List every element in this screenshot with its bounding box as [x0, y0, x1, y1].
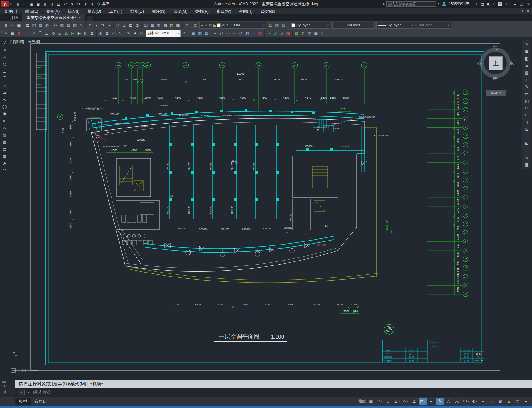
- command-tools-icon[interactable]: ⚒: [2, 390, 7, 394]
- save-to-mobile-icon[interactable]: ▯: [49, 1, 55, 7]
- ordinate-dim-icon[interactable]: ⊥: [44, 30, 50, 37]
- dim-break-icon[interactable]: ⊟: [89, 30, 95, 37]
- save-icon[interactable]: ▣: [16, 22, 22, 29]
- dim-update-icon[interactable]: ↻: [138, 30, 145, 37]
- slice-icon[interactable]: ◇: [272, 30, 278, 37]
- extend-tool-icon[interactable]: ⊢: [523, 112, 531, 118]
- plot-icon[interactable]: ⊟: [56, 1, 62, 7]
- sheet-set-icon[interactable]: ▧: [162, 22, 168, 29]
- customize-status-icon[interactable]: ≡: [522, 398, 530, 405]
- doc-restore-button[interactable]: ❐: [520, 9, 523, 13]
- union-icon[interactable]: ∪: [278, 30, 285, 37]
- hatch-tool-icon[interactable]: ▨: [1, 131, 9, 138]
- account-chevron-icon[interactable]: ▾: [475, 2, 478, 6]
- layer-off-icon[interactable]: ▤: [267, 22, 274, 29]
- circle-tool-icon[interactable]: ○: [1, 82, 9, 89]
- mirror-solid-icon[interactable]: ◧: [244, 30, 250, 37]
- command-close-icon[interactable]: ✕: [4, 384, 7, 388]
- compass-east[interactable]: 东: [508, 60, 514, 66]
- share-button[interactable]: ✈ 共享: [97, 2, 110, 7]
- account-id[interactable]: 1505999135...: [449, 2, 472, 6]
- new-tab-button[interactable]: +: [87, 16, 93, 21]
- new-icon[interactable]: ▯: [3, 22, 9, 29]
- new-layout-button[interactable]: +: [48, 398, 56, 405]
- line-tool-icon[interactable]: ╱: [1, 40, 9, 46]
- dim-edit-icon[interactable]: ✎: [125, 30, 132, 37]
- paste-solid-icon[interactable]: ▥: [197, 30, 203, 37]
- command-input-line[interactable]: › ▾ 键入命令: [15, 388, 532, 397]
- undo-icon[interactable]: ↶: [62, 1, 69, 7]
- copy-solid-icon[interactable]: ▣: [190, 30, 197, 37]
- point-tool-icon[interactable]: ∴: [1, 124, 9, 131]
- menu-item-5[interactable]: 工具(T): [105, 8, 126, 14]
- rectangle-tool-icon[interactable]: ▭: [1, 68, 9, 75]
- redo-icon[interactable]: ↷: [100, 22, 106, 29]
- polygon-tool-icon[interactable]: ⬡: [1, 61, 9, 68]
- join-tool-icon[interactable]: ⊣: [523, 133, 531, 139]
- zoom-window-icon[interactable]: ⊡: [128, 22, 134, 29]
- menu-item-3[interactable]: 插入(I): [64, 8, 83, 14]
- new-file-icon[interactable]: ▯: [15, 1, 21, 7]
- subtract-icon[interactable]: ▩: [285, 30, 291, 37]
- compass-south[interactable]: 南: [492, 75, 499, 82]
- erase-tool-icon[interactable]: ✎: [523, 41, 531, 48]
- copy-icon[interactable]: ▥: [59, 22, 65, 29]
- crosshair-icon[interactable]: ＋: [479, 398, 487, 405]
- sweep-icon[interactable]: ▯: [300, 30, 306, 37]
- menu-item-7[interactable]: 标注(N): [148, 8, 169, 14]
- app-logo-icon[interactable]: A: [1, 1, 9, 7]
- polyline-tool-icon[interactable]: ∿: [1, 54, 9, 61]
- tab-close-icon[interactable]: ✕: [78, 16, 81, 19]
- object-snap-icon[interactable]: ◻▾: [419, 398, 427, 405]
- lineweight-display-icon[interactable]: ≡: [427, 398, 435, 405]
- insert-block-tool-icon[interactable]: ▣: [1, 110, 9, 117]
- menu-item-1[interactable]: 编辑(E): [21, 8, 42, 14]
- center-mark-icon[interactable]: ⊕: [97, 30, 104, 37]
- cut-icon[interactable]: ✂: [52, 22, 59, 29]
- workspace-switch-icon[interactable]: ⊛▾: [471, 398, 479, 405]
- autodesk-apps-icon[interactable]: A: [487, 2, 490, 6]
- xline-tool-icon[interactable]: ✕: [1, 47, 9, 53]
- match-properties-icon[interactable]: ▧: [72, 22, 78, 29]
- tab-start[interactable]: 开始: [6, 14, 22, 21]
- region-tool-icon[interactable]: ▤: [1, 146, 9, 152]
- explode-tool-icon[interactable]: ▩: [523, 161, 531, 168]
- viewport-controls-label[interactable]: [-][俯视][二维线框]: [10, 39, 40, 45]
- revcloud-tool-icon[interactable]: ☁: [1, 89, 9, 96]
- toolbar-grip[interactable]: [1, 30, 2, 37]
- copy-nested-icon[interactable]: ◫: [523, 97, 531, 104]
- rect-select-icon[interactable]: ▭: [225, 30, 231, 37]
- publish-icon[interactable]: ◍: [44, 22, 50, 29]
- arc-length-dim-icon[interactable]: ⌒: [37, 30, 44, 37]
- gradient-tool-icon[interactable]: ▩: [1, 139, 9, 145]
- save-as-icon[interactable]: ▣: [35, 1, 41, 7]
- rotate-icon[interactable]: ↻: [231, 30, 238, 37]
- array-tool-icon[interactable]: ▦: [523, 69, 531, 76]
- tolerance-icon[interactable]: ⊞: [104, 30, 110, 37]
- loft-icon[interactable]: ◫: [306, 30, 313, 37]
- redo-menu-icon[interactable]: ▾: [106, 22, 112, 29]
- chamfer-tool-icon[interactable]: ◣: [523, 140, 531, 147]
- spline-tool-icon[interactable]: ∿: [1, 96, 9, 103]
- dim-text-edit-icon[interactable]: A: [132, 30, 138, 37]
- properties-palette-icon[interactable]: ▤: [143, 22, 149, 29]
- make-block-tool-icon[interactable]: ⊞: [1, 117, 9, 124]
- trusted-dwg-warning-icon[interactable]: ▲: [505, 398, 513, 405]
- stretch-icon[interactable]: ↔: [250, 30, 257, 37]
- annotation-scale-value[interactable]: 1:1▾: [462, 398, 470, 405]
- print-preview-icon[interactable]: ◫: [31, 22, 37, 29]
- open-icon[interactable]: ▱: [9, 22, 16, 29]
- save-icon[interactable]: ▣: [29, 1, 35, 7]
- model-space-canvas[interactable]: 1b2b1/b3b4b5b6b7b8b9b10b5100027002100300…: [0, 37, 532, 380]
- copy-tool-icon[interactable]: ▣: [523, 48, 531, 55]
- layer-freeze-icon[interactable]: ▦: [280, 22, 287, 29]
- quick-dim-icon[interactable]: ⊨: [69, 30, 76, 37]
- dimstyle-combo[interactable]: 副本AXIS250∨: [146, 30, 181, 37]
- inspect-dim-icon[interactable]: ✓: [110, 30, 117, 37]
- search-expander-icon[interactable]: ▶: [383, 2, 385, 6]
- markup-icon[interactable]: ▨: [168, 22, 175, 29]
- help-icon[interactable]: ?: [498, 2, 502, 6]
- apps-chevron-icon[interactable]: ▾: [492, 2, 495, 6]
- rotate-ccw-icon[interactable]: ↺: [238, 30, 244, 37]
- print-icon[interactable]: ⊟: [24, 22, 31, 29]
